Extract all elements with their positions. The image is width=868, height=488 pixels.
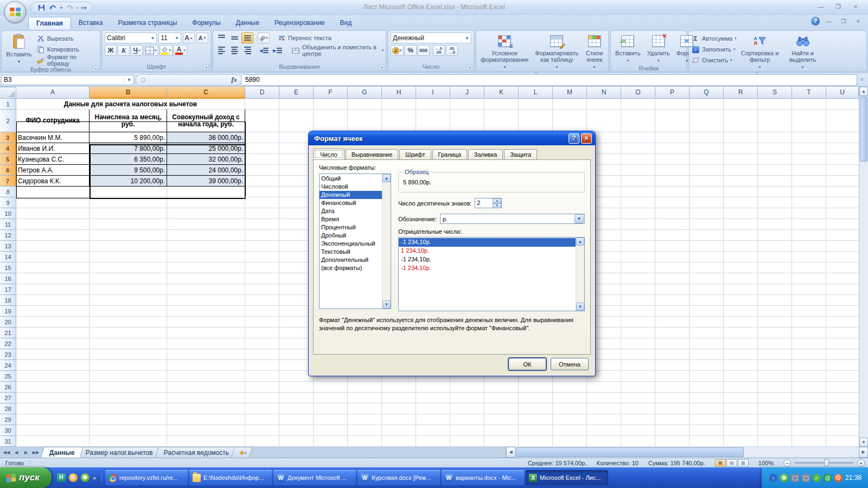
wrap-text-button[interactable]: Перенос текста xyxy=(277,33,331,43)
cell-empty[interactable] xyxy=(90,262,167,273)
cell-empty[interactable] xyxy=(90,208,167,219)
cell-empty[interactable] xyxy=(16,317,90,328)
formula-input[interactable]: 5890 xyxy=(242,74,857,86)
cell-empty[interactable] xyxy=(167,382,245,393)
format-option-Общий[interactable]: Общий xyxy=(320,175,382,183)
ok-button[interactable]: ОК xyxy=(508,358,546,370)
row-header-13[interactable]: 13 xyxy=(0,241,16,252)
dialog-close-icon[interactable]: × xyxy=(581,133,592,144)
name-box-dropdown-icon[interactable]: ▼ xyxy=(124,78,131,82)
restore-icon[interactable]: ❐ xyxy=(831,2,845,11)
symbol-dropdown-icon[interactable]: ▼ xyxy=(575,214,584,223)
cell-column-header-1[interactable]: Начислена за месяц, руб. xyxy=(90,110,167,132)
italic-button[interactable]: К xyxy=(118,45,130,56)
font-name-combo[interactable]: Calibri▼ xyxy=(105,33,157,43)
column-header-C[interactable]: C xyxy=(167,87,245,99)
cell-empty[interactable] xyxy=(167,284,245,295)
cell-empty[interactable] xyxy=(167,230,245,241)
insert-worksheet-tab[interactable]: ✱▫ xyxy=(231,447,253,458)
row-header-8[interactable]: 8 xyxy=(0,187,16,197)
tray-icq-icon[interactable]: ❃ xyxy=(780,474,788,482)
number-format-combo[interactable]: Денежный▼ xyxy=(391,33,471,43)
alignment-dialog-launcher-icon[interactable]: ↘ xyxy=(378,64,384,70)
wb-close-icon[interactable]: × xyxy=(853,18,864,24)
cell-empty[interactable] xyxy=(167,360,245,371)
taskbar-task-1[interactable]: E:\Nadeshda\Инфор... xyxy=(189,470,272,485)
spinner-up-icon[interactable]: ▲ xyxy=(493,198,501,203)
start-button[interactable]: пуск xyxy=(0,467,52,488)
cell-empty[interactable] xyxy=(90,328,167,338)
cell-empty[interactable] xyxy=(16,360,90,371)
insert-cells-button[interactable]: ← Вставить▾ xyxy=(613,33,643,65)
bold-button[interactable]: Ж xyxy=(105,45,117,56)
clear-button[interactable]: Очистить▾ xyxy=(691,55,737,65)
cells-empty-region[interactable] xyxy=(245,382,859,393)
quick-launch-icon-2[interactable]: A xyxy=(69,473,78,482)
number-formats-listbox[interactable]: ОбщийЧисловойДенежныйФинансовыйДатаВремя… xyxy=(319,174,391,309)
zoom-slider-thumb[interactable] xyxy=(824,459,829,466)
row-header-20[interactable]: 20 xyxy=(0,317,16,328)
help-icon[interactable]: ? xyxy=(811,17,820,25)
tray-network-icon-1[interactable]: 🖵 xyxy=(791,474,799,482)
cell-empty[interactable] xyxy=(90,306,167,317)
format-as-table-button[interactable]: 🖌 Форматировать как таблицу▾ xyxy=(533,33,580,72)
format-painter-button[interactable]: Формат по образцу xyxy=(36,55,98,65)
cell-empty[interactable] xyxy=(167,197,245,208)
last-sheet-icon[interactable]: ▶▶ xyxy=(31,450,40,455)
cell-empty[interactable] xyxy=(16,295,90,306)
cell-employee-name[interactable]: Васечкин М.М. xyxy=(16,132,90,143)
vertical-scroll-thumb[interactable] xyxy=(860,97,867,162)
close-icon[interactable]: × xyxy=(848,2,863,11)
zoom-out-icon[interactable]: − xyxy=(783,459,791,467)
cell-empty[interactable] xyxy=(167,349,245,360)
normal-view-icon[interactable]: ▦ xyxy=(715,459,726,467)
scroll-down-icon[interactable]: ▼ xyxy=(859,438,868,447)
cell-table-title[interactable]: Данные для расчета налоговых вычетов xyxy=(16,99,245,110)
increase-indent-button[interactable]: ▶ xyxy=(271,45,284,56)
cell-empty[interactable] xyxy=(167,208,245,219)
cell-total-income[interactable]: 24 000,00р. xyxy=(167,165,245,176)
negative-scrollbar[interactable]: ▲▼ xyxy=(576,237,584,311)
cell-empty[interactable] xyxy=(90,338,167,349)
negative-option-3[interactable]: -1 234,10р. xyxy=(399,264,576,273)
fill-color-button[interactable]: ▾ xyxy=(159,45,173,56)
format-option-(все форматы)[interactable]: (все форматы) xyxy=(320,264,382,272)
cell-empty[interactable] xyxy=(90,219,167,230)
quick-launch-icon-3[interactable]: ❃ xyxy=(81,473,90,482)
cells-empty-region[interactable] xyxy=(245,425,859,436)
column-header-F[interactable]: F xyxy=(314,87,348,99)
cell-empty[interactable] xyxy=(90,187,167,197)
shrink-font-button[interactable]: А▼ xyxy=(196,33,208,43)
row-header-7[interactable]: 7 xyxy=(0,176,16,187)
cells-empty-region[interactable] xyxy=(245,436,859,447)
cell-empty[interactable] xyxy=(167,262,245,273)
fill-button[interactable]: ↓ Заполнить▾ xyxy=(691,44,737,54)
cell-empty[interactable] xyxy=(90,393,167,403)
row-header-2[interactable]: 2 xyxy=(0,110,16,132)
office-button[interactable] xyxy=(4,1,26,23)
column-header-O[interactable]: O xyxy=(621,87,655,99)
cell-column-header-0[interactable]: ФИО сотрудника xyxy=(16,110,90,132)
sheet-tab-Данные[interactable]: Данные xyxy=(41,447,84,458)
cell-empty[interactable] xyxy=(16,230,90,241)
cut-button[interactable]: Вырезать xyxy=(36,34,98,43)
number-dialog-launcher-icon[interactable]: ↘ xyxy=(466,64,472,70)
zoom-slider-track[interactable] xyxy=(794,462,854,464)
clipboard-dialog-launcher-icon[interactable]: ↘ xyxy=(92,66,98,72)
spinner-down-icon[interactable]: ▼ xyxy=(493,203,501,208)
symbol-combobox[interactable]: р. ▼ xyxy=(440,214,585,224)
cell-employee-name[interactable]: Петров А.А. xyxy=(16,165,90,176)
page-break-view-icon[interactable]: ▥ xyxy=(738,459,749,467)
save-icon[interactable] xyxy=(36,3,46,12)
ribbon-tab-Вид[interactable]: Вид xyxy=(333,17,360,29)
scroll-right-icon[interactable]: ▶ xyxy=(859,447,868,458)
cell-empty[interactable] xyxy=(167,436,245,447)
align-left-button[interactable] xyxy=(215,45,227,56)
cell-empty[interactable] xyxy=(16,241,90,252)
row-header-1[interactable]: 1 xyxy=(0,99,16,110)
percent-style-button[interactable]: % xyxy=(405,45,417,56)
row-header-15[interactable]: 15 xyxy=(0,262,16,273)
ribbon-tab-Формулы[interactable]: Формулы xyxy=(184,17,228,29)
row-header-24[interactable]: 24 xyxy=(0,360,16,371)
taskbar-task-5[interactable]: XMicrosoft Excel - Лис... xyxy=(526,470,608,485)
